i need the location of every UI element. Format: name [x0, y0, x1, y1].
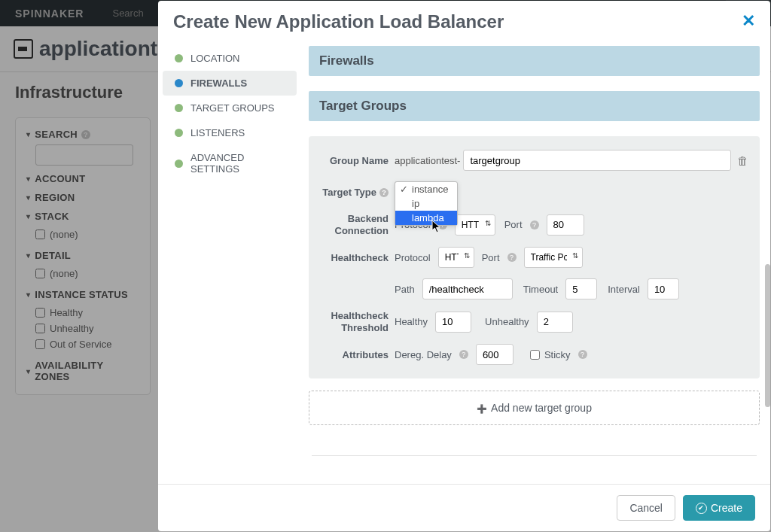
hc-protocol-select[interactable]: [438, 247, 474, 268]
info-icon[interactable]: ?: [578, 350, 587, 359]
backend-connection-label: BackendConnection: [319, 213, 395, 236]
threshold-label: HealthcheckThreshold: [319, 310, 395, 333]
scrollbar-thumb[interactable]: [765, 264, 770, 407]
hc-path-label: Path: [395, 284, 415, 295]
sticky-checkbox[interactable]: [530, 350, 540, 360]
step-dot-icon: [175, 104, 183, 112]
hc-interval-input[interactable]: [648, 278, 679, 299]
step-advanced[interactable]: ADVANCED SETTINGS: [163, 145, 297, 181]
sticky-label: Sticky: [544, 349, 571, 360]
step-listeners[interactable]: LISTENERS: [163, 120, 297, 145]
backend-protocol-select[interactable]: [455, 214, 495, 236]
group-name-prefix: applicationtest-: [395, 155, 460, 166]
unhealthy-input[interactable]: [537, 312, 573, 333]
backend-port-input[interactable]: [547, 214, 584, 236]
section-firewalls: Firewalls: [309, 46, 760, 76]
group-name-label: Group Name: [319, 155, 395, 166]
target-type-dropdown: instance ip lambda: [395, 181, 458, 226]
add-target-group-button[interactable]: Add new target group: [309, 391, 760, 425]
section-target-groups: Target Groups: [309, 91, 760, 121]
step-location[interactable]: LOCATION: [163, 46, 297, 71]
step-firewalls[interactable]: FIREWALLS: [163, 71, 297, 96]
dropdown-option-ip[interactable]: ip: [395, 196, 457, 211]
close-icon[interactable]: ✕: [742, 11, 755, 31]
wizard-steps: LOCATION FIREWALLS TARGET GROUPS LISTENE…: [158, 38, 301, 484]
step-dot-icon: [175, 160, 183, 168]
modal-title: Create New Application Load Balancer: [173, 11, 742, 32]
cancel-button[interactable]: Cancel: [617, 495, 675, 521]
dropdown-option-instance[interactable]: instance: [395, 182, 457, 196]
hc-port-select[interactable]: [524, 247, 583, 268]
step-dot-icon: [175, 129, 183, 137]
dereg-delay-input[interactable]: [476, 344, 513, 365]
dropdown-option-lambda[interactable]: lambda: [395, 211, 457, 225]
step-dot-icon: [175, 54, 183, 62]
modal-header: Create New Application Load Balancer ✕: [158, 1, 770, 38]
port-label: Port: [504, 219, 523, 230]
hc-timeout-label: Timeout: [523, 284, 558, 295]
dereg-label: Dereg. Delay: [395, 349, 452, 360]
info-icon[interactable]: ?: [507, 253, 517, 262]
healthy-label: Healthy: [395, 316, 428, 327]
healthy-input[interactable]: [435, 312, 471, 333]
info-icon[interactable]: ?: [379, 188, 389, 197]
group-name-input[interactable]: [463, 150, 731, 171]
target-group-card: Group Name applicationtest- 🗑 Target Typ…: [309, 136, 760, 378]
healthcheck-label: Healthcheck: [319, 252, 395, 263]
step-target-groups[interactable]: TARGET GROUPS: [163, 96, 297, 120]
hc-path-input[interactable]: [422, 278, 513, 299]
target-type-label: Target Type?: [319, 187, 395, 198]
trash-icon[interactable]: 🗑: [737, 154, 749, 167]
modal-footer: Cancel Create: [158, 484, 770, 531]
create-alb-modal: Create New Application Load Balancer ✕ L…: [158, 1, 770, 531]
step-dot-icon: [175, 79, 183, 87]
info-icon[interactable]: ?: [459, 350, 468, 359]
unhealthy-label: Unhealthy: [485, 316, 529, 327]
create-button[interactable]: Create: [683, 495, 755, 521]
hc-timeout-input[interactable]: [565, 278, 597, 299]
modal-content[interactable]: Firewalls Target Groups Group Name appli…: [301, 38, 770, 484]
hc-interval-label: Interval: [608, 284, 640, 295]
attributes-label: Attributes: [319, 349, 395, 360]
info-icon[interactable]: ?: [530, 220, 539, 230]
